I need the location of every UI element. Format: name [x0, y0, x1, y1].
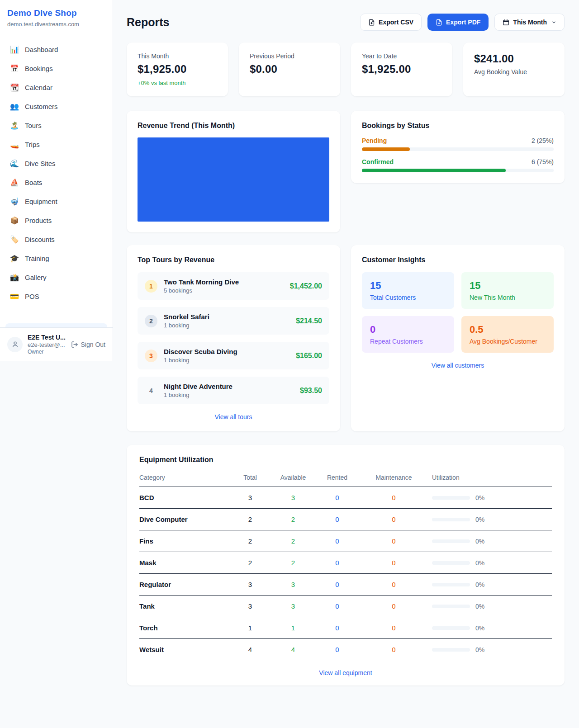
insight-grid: 15 Total Customers 15 New This Month 0 R… — [362, 272, 554, 353]
sidebar-item-trips[interactable]: 🚤 Trips — [5, 137, 107, 152]
sign-out-button[interactable]: Sign Out — [71, 341, 105, 348]
sidebar-item-boats[interactable]: ⛵ Boats — [5, 175, 107, 190]
avatar — [7, 337, 23, 352]
tour-revenue: $214.50 — [296, 317, 322, 325]
stat-label: Avg Booking Value — [474, 68, 554, 76]
insight-tile-total-customers: 15 Total Customers — [362, 272, 454, 309]
table-row: Regulator 3 3 0 0 0% — [139, 574, 552, 596]
utilization-bar — [432, 539, 470, 543]
sidebar-item-label: Discounts — [25, 236, 55, 243]
status-bar-track — [362, 169, 554, 172]
sidebar-item-label: Equipment — [25, 198, 57, 205]
export-csv-button[interactable]: Export CSV — [360, 14, 422, 31]
cell-total: 2 — [228, 552, 273, 574]
sidebar-item-pos[interactable]: 💳 POS — [5, 288, 107, 304]
utilization-bar — [432, 561, 470, 565]
utilization-percent: 0% — [475, 516, 484, 523]
page-title: Reports — [127, 16, 169, 29]
export-pdf-button[interactable]: Export PDF — [427, 14, 489, 31]
sidebar-item-label: Bookings — [25, 65, 53, 72]
tour-name: Two Tank Morning Dive — [164, 278, 284, 286]
period-dropdown[interactable]: This Month — [494, 14, 565, 31]
stat-label: Previous Period — [250, 52, 329, 60]
utilization-bar — [432, 626, 470, 630]
cell-category: BCD — [139, 487, 228, 509]
tour-revenue: $1,452.00 — [290, 282, 322, 290]
utilization-percent: 0% — [475, 581, 484, 588]
utilization-percent: 0% — [475, 559, 484, 567]
revenue-trend-card: Revenue Trend (This Month) — [127, 111, 340, 232]
insight-tile-new-this-month: 15 New This Month — [461, 272, 554, 309]
cell-maintenance: 0 — [361, 574, 427, 596]
sidebar-item-label: Training — [25, 255, 49, 262]
sidebar-item-bookings[interactable]: 📅 Bookings — [5, 61, 107, 76]
insight-tile-repeat-customers: 0 Repeat Customers — [362, 316, 454, 353]
logout-icon — [71, 341, 78, 348]
stat-value: $241.00 — [474, 52, 554, 65]
stat-card-year-to-date: Year to Date $1,925.00 — [351, 43, 452, 96]
column-header: Category — [139, 470, 228, 487]
sidebar-item-customers[interactable]: 👥 Customers — [5, 99, 107, 114]
rank-badge: 2 — [145, 315, 157, 327]
column-header: Total — [228, 470, 273, 487]
sidebar-item-dive-sites[interactable]: 🌊 Dive Sites — [5, 156, 107, 171]
sidebar-item-tours[interactable]: 🏝️ Tours — [5, 118, 107, 133]
top-tours-card: Top Tours by Revenue 1 Two Tank Morning … — [127, 245, 340, 431]
view-all-equipment-link[interactable]: View all equipment — [139, 669, 552, 676]
cell-available: 3 — [273, 487, 313, 509]
sidebar-item-reports-partial[interactable] — [5, 323, 107, 327]
tour-revenue: $165.00 — [296, 352, 322, 360]
sidebar-item-dashboard[interactable]: 📊 Dashboard — [5, 42, 107, 57]
tour-row: 1 Two Tank Morning Dive 5 bookings $1,45… — [138, 272, 329, 300]
cell-category: Tank — [139, 596, 228, 617]
sidebar-item-gallery[interactable]: 📸 Gallery — [5, 269, 107, 285]
calendar-date-icon: 📅 — [10, 64, 19, 73]
cell-total: 2 — [228, 530, 273, 552]
cell-maintenance: 0 — [361, 639, 427, 661]
tour-bookings: 1 booking — [164, 357, 290, 364]
rank-badge: 4 — [145, 384, 157, 397]
user-panel: E2E Test U... e2e-tester@... Owner Sign … — [0, 327, 113, 361]
sidebar-item-calendar[interactable]: 📆 Calendar — [5, 80, 107, 95]
cell-rented: 0 — [313, 487, 361, 509]
sidebar-item-label: Tours — [25, 122, 42, 129]
view-all-tours-link[interactable]: View all tours — [138, 413, 329, 421]
status-bar-fill-confirmed — [362, 169, 506, 172]
column-header: Maintenance — [361, 470, 427, 487]
tour-bookings: 1 booking — [164, 392, 294, 398]
table-row: Mask 2 2 0 0 0% — [139, 552, 552, 574]
cell-rented: 0 — [313, 509, 361, 530]
stat-value: $1,925.00 — [362, 63, 441, 76]
view-all-customers-link[interactable]: View all customers — [362, 362, 554, 369]
tour-name: Night Dive Adventure — [164, 383, 294, 390]
person-icon — [11, 340, 19, 348]
status-label: Pending — [362, 137, 387, 144]
table-row: Tank 3 3 0 0 0% — [139, 596, 552, 617]
table-row: Dive Computer 2 2 0 0 0% — [139, 509, 552, 530]
tour-revenue: $93.50 — [300, 387, 322, 395]
speedboat-icon: 🚤 — [10, 140, 19, 149]
island-icon: 🏝️ — [10, 121, 19, 130]
diving-mask-icon: 🤿 — [10, 197, 19, 206]
equipment-utilization-title: Equipment Utilization — [139, 456, 552, 464]
cell-maintenance: 0 — [361, 596, 427, 617]
insights-row: Top Tours by Revenue 1 Two Tank Morning … — [127, 245, 565, 431]
sidebar-item-equipment[interactable]: 🤿 Equipment — [5, 194, 107, 209]
sidebar-item-products[interactable]: 📦 Products — [5, 213, 107, 228]
calendar-icon — [503, 19, 509, 26]
status-count: 6 (75%) — [532, 158, 554, 165]
main-content: Reports Export CSV Export PDF This Month… — [127, 0, 565, 685]
stat-value: $1,925.00 — [138, 63, 217, 76]
credit-card-icon: 💳 — [10, 292, 19, 301]
sidebar-item-training[interactable]: 🎓 Training — [5, 251, 107, 266]
utilization-bar — [432, 605, 470, 608]
cell-available: 2 — [273, 552, 313, 574]
wave-icon: 🌊 — [10, 159, 19, 168]
insight-value: 15 — [470, 280, 546, 292]
utilization-percent: 0% — [475, 494, 484, 501]
rank-badge: 1 — [145, 280, 157, 293]
cell-total: 4 — [228, 639, 273, 661]
insight-label: New This Month — [470, 294, 546, 301]
sidebar-item-discounts[interactable]: 🏷️ Discounts — [5, 232, 107, 247]
stat-card-avg-booking-value: $241.00 Avg Booking Value — [463, 43, 565, 96]
